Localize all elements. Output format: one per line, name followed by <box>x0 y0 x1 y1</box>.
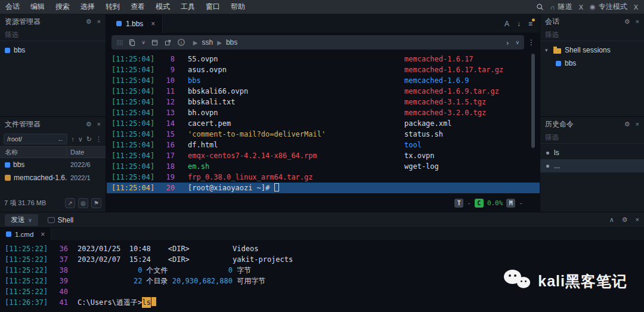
file-entry: tool <box>404 140 540 150</box>
timestamp: [11:25:22] <box>0 286 48 297</box>
close-icon[interactable]: × <box>636 121 639 128</box>
sessions-filter-input[interactable]: 筛选 <box>540 29 644 41</box>
file-manager-statusbar: 7 项 31.76 MB ↗ ◎ ⚑ <box>0 196 106 209</box>
typed-command: ls <box>142 297 150 308</box>
terminal-type-badge[interactable]: T <box>454 199 463 208</box>
gear-icon[interactable]: ⚙ <box>86 18 92 26</box>
tab-1bbs[interactable]: 1.bbs × <box>107 14 163 33</box>
search-icon[interactable] <box>536 3 544 11</box>
menu-mode[interactable]: 模式 <box>150 0 175 14</box>
line-number: 16 <box>154 140 175 150</box>
detach-icon[interactable] <box>164 39 172 47</box>
more-options-icon[interactable]: ⋮ <box>95 135 102 143</box>
explorer-filter-input[interactable]: 筛选 <box>0 29 106 41</box>
focus-mode-close-button[interactable]: X <box>634 4 638 11</box>
gear-icon[interactable]: ⚙ <box>624 18 630 26</box>
history-filter-input[interactable]: 筛选 <box>540 132 644 144</box>
menu-goto[interactable]: 转到 <box>100 0 125 14</box>
collapse-icon[interactable]: ∧ <box>609 216 614 224</box>
toolbar-more-icon[interactable]: ⋮ <box>528 38 535 47</box>
caret-down-icon[interactable]: ∨ <box>141 39 145 45</box>
vertical-scrollbar[interactable] <box>531 54 535 148</box>
gear-icon[interactable]: ⚙ <box>86 121 92 128</box>
close-icon[interactable]: × <box>97 18 101 26</box>
menu-session[interactable]: 会话 <box>0 0 25 14</box>
terminal-line: [11:25:04]16df.htmltool <box>107 140 540 150</box>
column-date[interactable]: Date <box>67 149 106 156</box>
tab-1cmd[interactable]: 1.cmd × <box>0 228 51 241</box>
drag-handle-icon[interactable]: ⣿⣿ <box>116 39 123 45</box>
new-window-icon[interactable] <box>151 39 159 47</box>
run-arrow-icon[interactable]: › <box>506 38 509 47</box>
dropdown-icon[interactable]: ∨ <box>515 39 519 45</box>
hamburger-menu-icon[interactable]: ≡ <box>528 20 532 28</box>
timestamp: [11:25:04] <box>107 129 154 140</box>
file-manager-title: 文件管理器 <box>5 119 41 129</box>
menu-search[interactable]: 搜索 <box>50 0 75 14</box>
tab-close-icon[interactable]: × <box>151 20 155 28</box>
directory-icon <box>5 162 10 168</box>
breadcrumb-bbs[interactable]: bbs <box>226 38 237 47</box>
explorer-title: 资源管理器 <box>5 17 41 27</box>
session-icon <box>116 21 122 26</box>
file-entry: memcached-1.6.9 <box>404 75 540 86</box>
tab-shell[interactable]: Shell <box>42 214 80 226</box>
line-number: 12 <box>154 97 175 107</box>
sessions-title: 会话 <box>545 17 559 27</box>
column-name[interactable]: 名称 <box>0 148 67 157</box>
tunnel-toggle[interactable]: ∩ 隧道 <box>550 2 572 12</box>
location-pin-icon[interactable]: ◎ <box>78 198 88 208</box>
tab-close-icon[interactable]: × <box>41 230 45 239</box>
menu-help[interactable]: 帮助 <box>225 0 250 14</box>
close-icon[interactable]: × <box>636 216 639 224</box>
session-folder-shell-sessions[interactable]: ▾ Shell sessions <box>540 44 644 57</box>
terminal-line: [11:25:04]18em.shwget-log <box>107 161 540 172</box>
session-item-bbs[interactable]: bbs <box>540 57 644 70</box>
tab-send[interactable]: 发送 ∨ <box>5 214 38 226</box>
breadcrumb-ssh[interactable]: ssh <box>202 38 213 47</box>
close-icon[interactable]: × <box>97 121 101 128</box>
menu-tools[interactable]: 工具 <box>175 0 200 14</box>
open-external-icon[interactable]: ↗ <box>65 198 75 208</box>
explorer-item-bbs[interactable]: bbs <box>0 44 106 57</box>
memory-badge[interactable]: M <box>506 199 515 208</box>
dropdown-icon[interactable]: ∨ <box>78 135 83 143</box>
gear-icon[interactable]: ⚙ <box>624 121 630 128</box>
info-icon[interactable]: i <box>177 38 185 47</box>
main-terminal-area: 1.bbs × A ↓ ≡ ⣿⣿ ∨ <box>107 14 540 212</box>
focus-mode-toggle[interactable]: ◉ 专注模式 <box>590 2 627 12</box>
refresh-icon[interactable]: ↻ <box>86 135 92 143</box>
history-item-ls[interactable]: ls <box>540 146 644 159</box>
duplicate-tab-icon[interactable] <box>128 39 136 47</box>
file-count-label: 个文件 <box>142 265 168 276</box>
bookmark-flag-icon[interactable]: ⚑ <box>91 198 101 208</box>
file-entry: bbskali66.ovpn <box>188 86 404 97</box>
tunnel-close-button[interactable]: X <box>579 4 583 11</box>
line-number: 13 <box>154 107 175 118</box>
clear-path-icon[interactable]: ← <box>57 135 64 143</box>
tunnel-icon: ∩ <box>550 4 555 11</box>
cpu-badge[interactable]: C <box>475 199 484 208</box>
explorer-item-label: bbs <box>14 46 25 54</box>
file-row[interactable]: bbs 2022/6 <box>0 158 106 171</box>
status-value: - <box>467 199 471 207</box>
menu-edit[interactable]: 编辑 <box>25 0 50 14</box>
timestamp: [11:25:22] <box>0 265 48 276</box>
font-size-icon[interactable]: A <box>504 20 509 28</box>
menu-select[interactable]: 选择 <box>75 0 100 14</box>
history-item-more[interactable]: ... <box>540 159 644 172</box>
file-entry: memcached-1.6.17.tar.gz <box>404 64 540 75</box>
menu-window[interactable]: 窗口 <box>200 0 225 14</box>
terminal-line: [11:25:22]362023/01/25 10:48 <DIR> Video… <box>0 243 644 254</box>
scroll-down-icon[interactable]: ↓ <box>517 20 521 28</box>
gear-icon[interactable]: ⚙ <box>622 216 628 224</box>
history-command: ls <box>554 149 559 157</box>
line-number: 15 <box>154 129 175 140</box>
dir-count-label: 个目录 <box>142 276 168 286</box>
close-icon[interactable]: × <box>636 18 639 26</box>
menu-view[interactable]: 查看 <box>125 0 150 14</box>
file-row[interactable]: memcached-1.6... 2022/1 <box>0 171 106 184</box>
path-input[interactable]: /root/ ← <box>4 134 67 144</box>
chevron-down-icon[interactable]: ▾ <box>545 47 550 53</box>
up-directory-icon[interactable]: ↑ <box>71 135 75 143</box>
